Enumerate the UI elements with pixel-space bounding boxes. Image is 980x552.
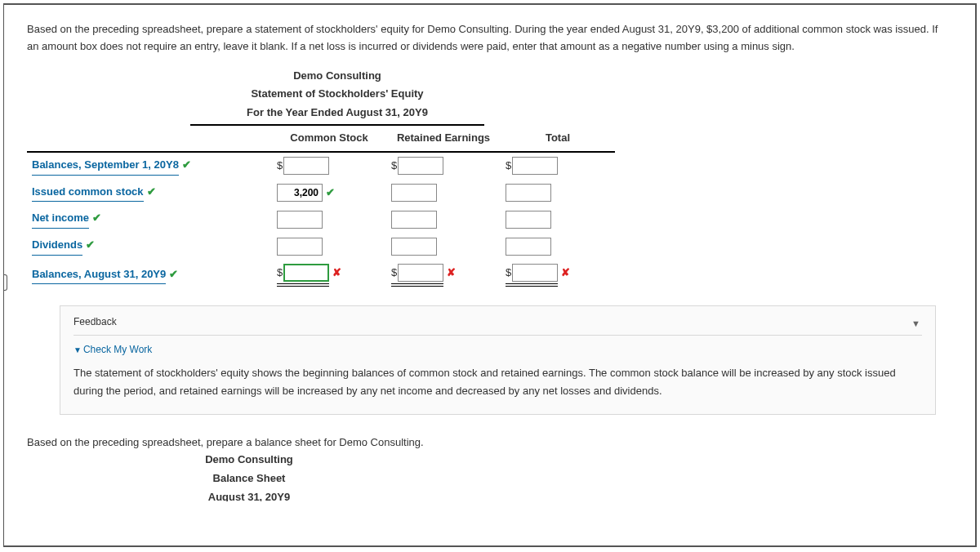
bs-company: Demo Consulting <box>167 451 331 470</box>
dollar-sign: $ <box>277 266 283 278</box>
row-label-link[interactable]: Net income <box>32 210 89 229</box>
amount-input[interactable] <box>398 264 443 282</box>
dollar-sign: $ <box>391 159 397 171</box>
table-row: Balances, September 1, 20Y8✔$$$ <box>27 152 615 180</box>
feedback-panel: Feedback ▼ ▼Check My Work The statement … <box>60 305 936 415</box>
bs-title: Balance Sheet <box>167 470 331 488</box>
company-name: Demo Consulting <box>190 67 484 86</box>
check-my-work-label: Check My Work <box>83 344 152 355</box>
statement-title: Statement of Stockholders' Equity <box>190 85 484 104</box>
feedback-label: Feedback <box>74 316 117 327</box>
amount-input[interactable] <box>391 238 437 256</box>
stockholders-equity-table: Common Stock Retained Earnings Total Bal… <box>27 126 615 291</box>
triangle-down-icon: ▼ <box>74 345 82 354</box>
amount-input[interactable] <box>277 184 323 202</box>
dollar-sign: $ <box>506 266 511 278</box>
dollar-sign: $ <box>506 159 511 171</box>
amount-input[interactable] <box>277 211 323 229</box>
checkmark-icon: ✔ <box>182 158 191 171</box>
amount-input[interactable] <box>283 264 329 282</box>
row-label-link[interactable]: Balances, September 1, 20Y8 <box>32 157 179 176</box>
amount-input[interactable] <box>512 264 558 282</box>
amount-input[interactable] <box>391 184 437 202</box>
statement-period: For the Year Ended August 31, 20Y9 <box>190 104 484 126</box>
amount-input[interactable] <box>512 157 558 175</box>
feedback-text: The statement of stockholders' equity sh… <box>74 364 922 400</box>
row-label-link[interactable]: Balances, August 31, 20Y9 <box>32 266 166 285</box>
balance-sheet-header: Demo Consulting Balance Sheet August 31,… <box>167 451 331 501</box>
col-header-retained-earnings: Retained Earnings <box>386 126 501 152</box>
row-label-link[interactable]: Issued common stock <box>32 184 144 203</box>
checkmark-icon: ✔ <box>147 185 156 198</box>
amount-input[interactable] <box>398 157 443 175</box>
instructions-text-1: Based on the preceding spreadsheet, prep… <box>27 21 952 56</box>
statement-header: Demo Consulting Statement of Stockholder… <box>190 67 484 126</box>
row-label-link[interactable]: Dividends <box>32 237 82 256</box>
col-header-total: Total <box>501 126 615 152</box>
dollar-sign: $ <box>277 159 283 171</box>
collapse-icon[interactable]: ▼ <box>911 317 920 332</box>
left-tab-handle[interactable] <box>3 274 7 291</box>
bs-date: August 31, 20Y9 <box>167 488 331 501</box>
check-my-work-toggle[interactable]: ▼Check My Work <box>74 342 922 358</box>
table-row: Dividends✔ <box>27 233 615 260</box>
col-header-common-stock: Common Stock <box>272 126 386 152</box>
cross-icon: ✘ <box>332 266 341 278</box>
table-row: Balances, August 31, 20Y9✔$✘$✘$✘ <box>27 260 615 291</box>
instructions-text-2: Based on the preceding spreadsheet, prep… <box>27 434 975 452</box>
checkmark-icon: ✔ <box>326 186 335 198</box>
checkmark-icon: ✔ <box>86 238 95 251</box>
table-row: Net income✔ <box>27 206 615 233</box>
amount-input[interactable] <box>391 211 437 229</box>
cross-icon: ✘ <box>447 266 456 278</box>
amount-input[interactable] <box>283 157 329 175</box>
amount-input[interactable] <box>506 238 551 256</box>
page-frame: Based on the preceding spreadsheet, prep… <box>3 3 977 547</box>
amount-input[interactable] <box>277 238 323 256</box>
table-row: Issued common stock✔✔ <box>27 180 615 207</box>
amount-input[interactable] <box>506 211 551 229</box>
cross-icon: ✘ <box>561 266 570 278</box>
dollar-sign: $ <box>391 266 397 278</box>
checkmark-icon: ✔ <box>92 211 101 224</box>
checkmark-icon: ✔ <box>169 268 178 280</box>
amount-input[interactable] <box>506 184 551 202</box>
